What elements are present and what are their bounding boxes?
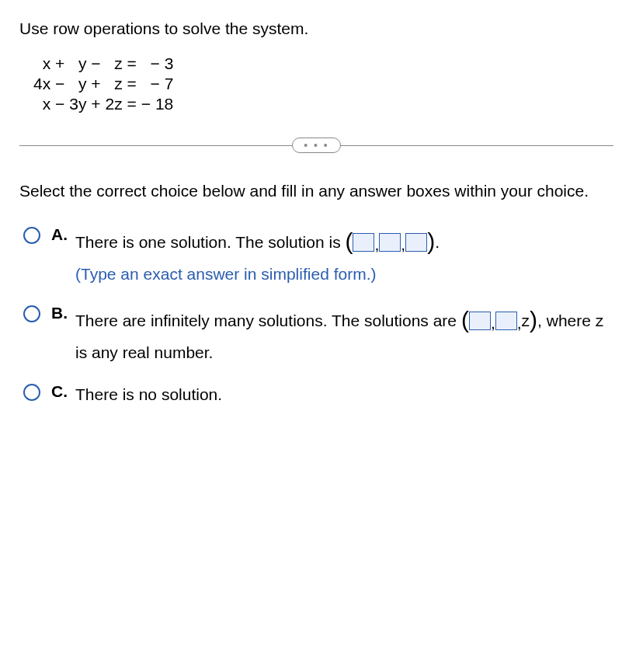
radio-b[interactable]	[23, 305, 40, 322]
choice-b[interactable]: B. There are infinitely many solutions. …	[23, 304, 613, 365]
section-divider: • • •	[19, 138, 613, 153]
choice-a-body: There is one solution. The solution is (…	[75, 225, 613, 287]
answer-box-a1[interactable]	[353, 233, 374, 252]
choice-c-body: There is no solution.	[75, 382, 613, 408]
answer-box-a2[interactable]	[379, 233, 401, 252]
answer-box-b1[interactable]	[469, 312, 491, 330]
choice-a-label: A.	[51, 225, 68, 244]
choice-b-label: B.	[51, 304, 68, 322]
ellipsis-pill[interactable]: • • •	[292, 138, 340, 153]
choice-a[interactable]: A. There is one solution. The solution i…	[23, 225, 613, 287]
radio-c[interactable]	[23, 384, 40, 401]
choice-c[interactable]: C. There is no solution.	[23, 382, 613, 408]
answer-instruction: Select the correct choice below and fill…	[19, 180, 613, 202]
choice-list: A. There is one solution. The solution i…	[23, 225, 613, 408]
answer-box-b2[interactable]	[495, 312, 517, 330]
answer-box-a3[interactable]	[405, 233, 427, 252]
equation-system: x + y − z = − 3 4x − y + z = − 7 x − 3y …	[31, 54, 613, 114]
radio-a[interactable]	[23, 227, 40, 244]
choice-a-hint: (Type an exact answer in simplified form…	[75, 265, 376, 283]
choice-b-body: There are infinitely many solutions. The…	[75, 304, 613, 365]
choice-c-label: C.	[51, 382, 68, 401]
question-prompt: Use row operations to solve the system.	[19, 19, 613, 38]
